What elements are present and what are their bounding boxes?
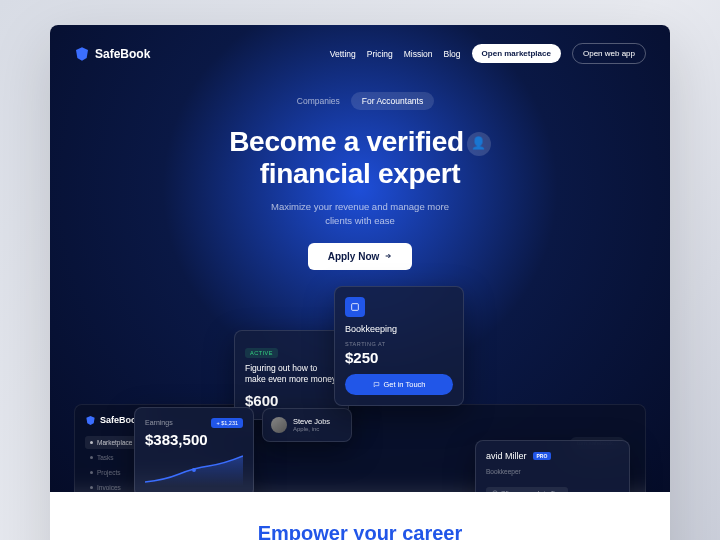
verified-badge-icon: 👤 xyxy=(467,132,491,156)
bottom-heading: Empower your career with premier financi… xyxy=(74,520,646,540)
starting-at-label: STARTING AT xyxy=(345,341,453,347)
nav-vetting[interactable]: Vetting xyxy=(330,49,356,59)
main-nav: SafeBook Vetting Pricing Mission Blog Op… xyxy=(74,43,646,64)
product-mockup: SafeBook Marketplace Tasks Projects Invo… xyxy=(64,292,656,492)
avatar xyxy=(271,417,287,433)
arrow-right-icon xyxy=(384,252,392,260)
contact-card[interactable]: Steve Jobs Apple, inc xyxy=(262,408,352,442)
tab-companies[interactable]: Companies xyxy=(286,92,351,110)
earnings-amount: $383,500 xyxy=(145,431,243,448)
task-card[interactable]: ACTIVE Figuring out how to make even mor… xyxy=(234,330,349,420)
bookkeeping-icon xyxy=(345,297,365,317)
profile-card[interactable]: avid Miller PRO Bookkeeper Often respond… xyxy=(475,440,630,492)
svg-rect-1 xyxy=(352,304,359,311)
open-marketplace-button[interactable]: Open marketplace xyxy=(472,44,561,63)
contact-company: Apple, inc xyxy=(293,426,330,432)
task-title: Figuring out how to make even more money xyxy=(245,363,338,385)
bottom-section: Empower your career with premier financi… xyxy=(50,492,670,540)
pro-badge: PRO xyxy=(533,452,552,460)
earnings-delta: + $1,231 xyxy=(211,418,243,428)
open-webapp-button[interactable]: Open web app xyxy=(572,43,646,64)
hero-title: Become a verified👤 financial expert xyxy=(74,126,646,190)
nav-pricing[interactable]: Pricing xyxy=(367,49,393,59)
audience-tabs: Companies For Accountants xyxy=(74,92,646,110)
get-in-touch-button[interactable]: Get in Touch xyxy=(345,374,453,395)
profile-role: Bookkeeper xyxy=(486,468,619,475)
earnings-label: Earnings xyxy=(145,419,173,426)
nav-mission[interactable]: Mission xyxy=(404,49,433,59)
response-badge: Often responds in 4hrs xyxy=(486,487,568,492)
nav-links: Vetting Pricing Mission Blog Open market… xyxy=(330,43,646,64)
logo-icon xyxy=(74,46,90,62)
active-badge: ACTIVE xyxy=(245,348,278,358)
app-logo-icon xyxy=(85,415,96,426)
hero-section: SafeBook Vetting Pricing Mission Blog Op… xyxy=(50,25,670,492)
apply-now-button[interactable]: Apply Now xyxy=(308,243,413,270)
tab-accountants[interactable]: For Accountants xyxy=(351,92,434,110)
brand-name: SafeBook xyxy=(95,47,150,61)
bookkeeping-card[interactable]: Bookkeeping STARTING AT $250 Get in Touc… xyxy=(334,286,464,406)
clock-icon xyxy=(492,490,498,492)
svg-point-2 xyxy=(192,468,196,472)
brand-logo[interactable]: SafeBook xyxy=(74,46,150,62)
earnings-card[interactable]: Earnings + $1,231 $383,500 xyxy=(134,407,254,492)
chat-icon xyxy=(373,381,380,388)
earnings-chart xyxy=(145,454,243,486)
nav-blog[interactable]: Blog xyxy=(444,49,461,59)
contact-name: Steve Jobs xyxy=(293,417,330,426)
hero-subtitle: Maximize your revenue and manage morecli… xyxy=(74,200,646,227)
bookkeeping-price: $250 xyxy=(345,349,453,366)
profile-name: avid Miller xyxy=(486,451,527,461)
task-price: $600 xyxy=(245,392,338,409)
bookkeeping-title: Bookkeeping xyxy=(345,324,453,334)
